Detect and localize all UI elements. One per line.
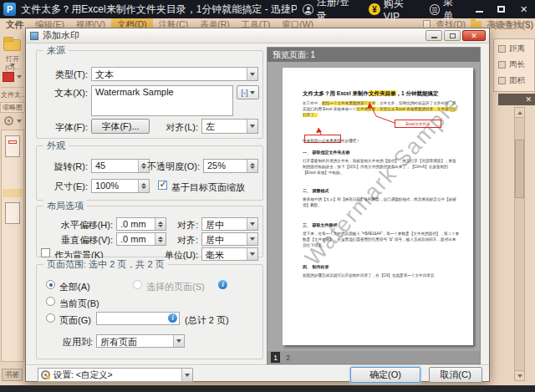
- vertical-scrollbar[interactable]: [514, 107, 525, 381]
- dialog-close-button[interactable]: ✕: [462, 30, 486, 41]
- as-background-checkbox[interactable]: [41, 248, 50, 257]
- selected-pages-radio[interactable]: [133, 280, 142, 289]
- v-align-select[interactable]: 居中: [201, 232, 258, 246]
- menu-item-perimeter[interactable]: 周长: [494, 57, 534, 73]
- v-offset-value: .0 mm: [120, 234, 146, 244]
- size-label: 尺寸(E):: [39, 181, 88, 193]
- dialog-title: 添加水印: [43, 29, 79, 42]
- page-thumbnail-2[interactable]: [5, 202, 20, 224]
- preview-header: 预览页面: 1: [268, 48, 480, 62]
- divider: [1, 87, 24, 88]
- dialog-titlebar: 添加水印 ✕: [26, 28, 489, 43]
- current-page-radio[interactable]: [46, 297, 55, 306]
- align-value: 左: [206, 121, 215, 131]
- thumbnails-gear-icon[interactable]: [4, 116, 13, 125]
- fit-to-page-checkbox[interactable]: [158, 181, 167, 190]
- maximize-button[interactable]: [491, 0, 513, 18]
- dialog-minimize-button[interactable]: [425, 30, 442, 41]
- thumbnails-options-icon[interactable]: [17, 120, 22, 123]
- advanced-find-partial-label[interactable]: 高级查找(S): [489, 20, 533, 32]
- thumbnails-tab[interactable]: 缩略图: [0, 102, 25, 113]
- font-button[interactable]: 字体(F)...: [91, 119, 150, 134]
- login-button[interactable]: 注册/登录: [297, 0, 363, 18]
- preview-page-2-button[interactable]: 2: [283, 352, 293, 363]
- panel-close-icon[interactable]: ✕: [525, 95, 532, 104]
- person-icon: [303, 4, 313, 15]
- source-legend: 来源: [43, 44, 69, 57]
- footer-divider: [26, 364, 489, 365]
- page-thumbnail-1[interactable]: [5, 135, 20, 157]
- pages-radio[interactable]: [46, 313, 55, 323]
- text-align-select[interactable]: 左: [201, 119, 258, 134]
- cancel-button[interactable]: 取消(C): [429, 367, 482, 383]
- h-align-label: 对齐:: [173, 219, 198, 232]
- type-select[interactable]: 文本: [91, 67, 258, 81]
- spinner-arrows-icon[interactable]: [155, 218, 166, 230]
- section-heading: 三、 获取文件路径: [303, 222, 337, 227]
- preview-page-strip: 1 2: [268, 351, 480, 364]
- scroll-down-button[interactable]: [515, 370, 524, 380]
- pages-label: 页面(G): [59, 314, 91, 327]
- settings-preset-select[interactable]: 设置: <自定义>: [38, 368, 193, 382]
- thumbnails-panel: [1, 130, 24, 362]
- size-spinner[interactable]: 100%: [91, 179, 150, 193]
- opacity-value: 25%: [207, 160, 226, 171]
- menu-item-area[interactable]: 面积: [494, 73, 534, 89]
- current-page-label: 当前页(B): [59, 298, 99, 310]
- open-dropdown-icon[interactable]: [10, 64, 15, 67]
- ok-button[interactable]: 确定(O): [350, 367, 420, 383]
- chevron-down-icon: [247, 120, 257, 133]
- all-pages-label: 全部(A): [59, 281, 90, 293]
- menu-item-distance[interactable]: 距离: [494, 41, 534, 57]
- dialog-restore-button[interactable]: [444, 30, 461, 41]
- document-section-4: 四、 制作目录 前面的步骤完成后就可以开始制作目录了，在【C4】也就是第一个文件…: [303, 264, 460, 278]
- preview-page-1-button[interactable]: 1: [271, 352, 280, 363]
- bookmarks-tab[interactable]: 书签: [2, 369, 23, 381]
- chevron-down-icon: [173, 335, 184, 347]
- apply-to-select[interactable]: 所有页面: [96, 334, 185, 348]
- spinner-arrows-icon[interactable]: [247, 160, 257, 172]
- document-title: 文件太多？用 Excel 来制作文件夹目录，1 分钟就能搞定: [303, 89, 460, 97]
- document-content: 文件太多？用 Excel 来制作文件夹目录，1 分钟就能搞定 在工作中，想找一个…: [283, 68, 473, 345]
- text-label: 文本(X):: [39, 87, 88, 99]
- document-tab[interactable]: 文件太...: [1, 90, 24, 99]
- unit-select[interactable]: 毫米: [201, 247, 258, 261]
- open-file-icon[interactable]: [3, 39, 21, 51]
- watermark-text-input[interactable]: Watermark Sample: [91, 85, 233, 116]
- minimize-button[interactable]: [468, 0, 491, 18]
- perimeter-icon: [498, 61, 506, 69]
- spinner-arrows-icon[interactable]: [155, 233, 166, 245]
- spinner-arrows-icon[interactable]: [138, 180, 149, 192]
- h-offset-spinner[interactable]: .0 mm: [116, 217, 166, 231]
- rotate-value: 45: [95, 160, 105, 171]
- measure-menu: 距离 周长 面积: [493, 38, 535, 92]
- buy-vip-button[interactable]: ¥ 购买VIP: [363, 0, 423, 18]
- scroll-up-button[interactable]: [515, 108, 524, 118]
- settings-preset-value: 设置: <自定义>: [54, 369, 113, 381]
- settings-gear-icon: [41, 370, 50, 379]
- scrollbar-thumb[interactable]: [515, 140, 524, 198]
- panel-header: ✕: [498, 94, 535, 105]
- app-window: P 文件太多？用Excel来制作文件夹目录，1分钟就能搞定 - 迅捷PDF编辑器…: [0, 0, 535, 392]
- close-button[interactable]: ✕: [512, 0, 535, 18]
- watermark-text-value: Watermark Sample: [95, 87, 174, 97]
- close-icon: ✕: [520, 4, 527, 15]
- all-pages-radio[interactable]: [46, 280, 55, 289]
- section-body: 打开需要制作目录的文件夹，鼠标复制文件夹的【路径】，然后打开【资源管理器】，将复…: [303, 158, 460, 176]
- menu-button[interactable]: 菜单: [424, 0, 468, 18]
- open-file-label[interactable]: 打开(O)...: [0, 54, 25, 71]
- chevron-down-icon: [247, 68, 257, 80]
- h-align-select[interactable]: 居中: [201, 217, 258, 231]
- color-swatch[interactable]: [3, 72, 14, 82]
- opacity-spinner[interactable]: 25%: [203, 159, 258, 173]
- pages-input[interactable]: [96, 312, 180, 325]
- page-range-legend: 页面范围: 选中 2 页，共 2 页: [43, 258, 168, 271]
- right-panel: 高级查找(S) 距离 周长 面积 ✕: [489, 18, 535, 385]
- login-label: 注册/登录: [317, 0, 358, 23]
- app-logo-icon: P: [3, 3, 16, 16]
- minimize-icon: [431, 37, 437, 38]
- color-dropdown-icon[interactable]: [17, 75, 22, 79]
- chevron-down-icon: [247, 233, 257, 245]
- v-offset-spinner[interactable]: .0 mm: [116, 232, 166, 246]
- macro-insert-button[interactable]: [-]: [237, 85, 259, 99]
